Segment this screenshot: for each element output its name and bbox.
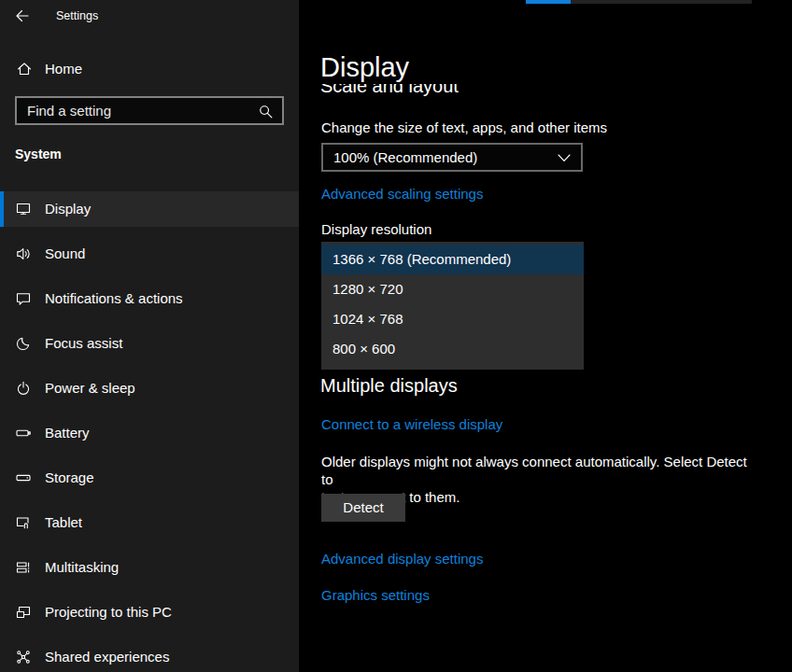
background-window-tab-strip[interactable] bbox=[571, 0, 752, 4]
sidebar-item-label: Shared experiences bbox=[45, 639, 169, 672]
search-input[interactable] bbox=[17, 98, 250, 123]
display-resolution-label: Display resolution bbox=[321, 221, 431, 238]
sidebar-item-notifications[interactable]: Notifications & actions bbox=[0, 281, 299, 316]
scale-select[interactable]: 100% (Recommended) bbox=[321, 143, 583, 172]
sidebar-item-label: Tablet bbox=[45, 505, 82, 540]
search-icon bbox=[258, 104, 274, 119]
storage-icon bbox=[16, 470, 31, 485]
sidebar-item-display[interactable]: Display bbox=[0, 191, 299, 227]
scale-select-value: 100% (Recommended) bbox=[333, 145, 477, 170]
battery-icon bbox=[16, 426, 31, 441]
projecting-icon bbox=[16, 605, 31, 620]
sidebar-item-label: Projecting to this PC bbox=[45, 595, 172, 630]
sidebar-item-label: Notifications & actions bbox=[45, 281, 183, 316]
background-window-active-tab-indicator bbox=[526, 0, 571, 4]
advanced-display-settings-link[interactable]: Advanced display settings bbox=[321, 551, 483, 567]
resolution-option[interactable]: 1024 × 768 bbox=[321, 304, 584, 334]
graphics-settings-link[interactable]: Graphics settings bbox=[321, 587, 430, 604]
search-box bbox=[15, 96, 284, 125]
sidebar-item-battery[interactable]: Battery bbox=[0, 415, 299, 451]
notifications-icon bbox=[16, 291, 31, 306]
back-button[interactable] bbox=[15, 8, 30, 23]
settings-sidebar: Settings Home System Display bbox=[0, 0, 299, 672]
back-arrow-icon bbox=[15, 8, 30, 23]
sidebar-item-home[interactable]: Home bbox=[0, 52, 299, 86]
multitasking-icon bbox=[16, 560, 31, 575]
sidebar-item-label: Power & sleep bbox=[45, 371, 135, 406]
sidebar-item-label: Focus assist bbox=[45, 326, 122, 361]
chevron-down-icon bbox=[558, 154, 571, 162]
sidebar-item-projecting[interactable]: Projecting to this PC bbox=[0, 595, 299, 630]
page-title: Display bbox=[320, 50, 409, 84]
tablet-icon bbox=[16, 515, 31, 530]
sidebar-item-shared-experiences[interactable]: Shared experiences bbox=[0, 639, 299, 672]
resolution-option[interactable]: 800 × 600 bbox=[321, 334, 584, 364]
section-heading-scale-and-layout: Scale and layout bbox=[320, 84, 601, 96]
sidebar-item-multitasking[interactable]: Multitasking bbox=[0, 550, 299, 585]
sound-icon bbox=[16, 246, 31, 261]
sidebar-item-sound[interactable]: Sound bbox=[0, 236, 299, 272]
connect-wireless-display-link[interactable]: Connect to a wireless display bbox=[321, 416, 502, 433]
shared-experiences-icon bbox=[16, 650, 31, 665]
sidebar-item-tablet[interactable]: Tablet bbox=[0, 505, 299, 540]
sidebar-item-label: Storage bbox=[45, 460, 94, 496]
sidebar-item-label: Battery bbox=[45, 415, 90, 451]
resolution-dropdown-flyout: 1366 × 768 (Recommended) 1280 × 720 1024… bbox=[321, 242, 584, 370]
section-heading-multiple-displays: Multiple displays bbox=[320, 373, 458, 398]
detect-button[interactable]: Detect bbox=[321, 494, 405, 522]
display-icon bbox=[16, 202, 31, 217]
scale-size-label: Change the size of text, apps, and other… bbox=[321, 119, 607, 136]
sidebar-nav-list: Display Sound Notifications & actions Fo… bbox=[0, 191, 299, 672]
home-icon bbox=[17, 62, 32, 77]
sidebar-item-label: Home bbox=[45, 52, 82, 86]
resolution-option[interactable]: 1280 × 720 bbox=[321, 274, 584, 304]
titlebar: Settings bbox=[0, 0, 299, 32]
focus-assist-icon bbox=[16, 336, 31, 351]
window-title: Settings bbox=[56, 8, 98, 23]
resolution-option[interactable]: 1366 × 768 (Recommended) bbox=[321, 245, 584, 274]
selected-accent-bar bbox=[0, 191, 4, 227]
sidebar-item-focus-assist[interactable]: Focus assist bbox=[0, 326, 299, 361]
sidebar-section-system: System bbox=[15, 147, 62, 161]
sidebar-item-label: Multitasking bbox=[45, 550, 119, 585]
sidebar-item-power-sleep[interactable]: Power & sleep bbox=[0, 371, 299, 406]
sidebar-item-storage[interactable]: Storage bbox=[0, 460, 299, 496]
power-icon bbox=[16, 381, 31, 396]
advanced-scaling-settings-link[interactable]: Advanced scaling settings bbox=[321, 186, 483, 203]
sidebar-item-label: Display bbox=[45, 191, 91, 227]
sidebar-item-label: Sound bbox=[45, 236, 85, 272]
display-settings-page: Display Scale and layout Change the size… bbox=[299, 0, 792, 672]
